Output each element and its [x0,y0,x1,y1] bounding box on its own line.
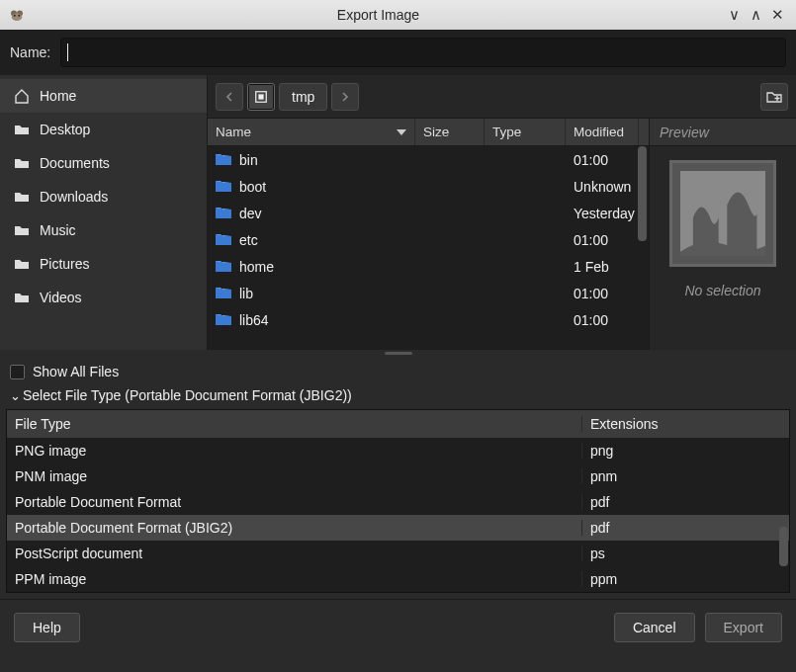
path-forward-button[interactable] [331,83,359,111]
folder-icon [216,179,231,195]
maximize-button[interactable]: ∧ [745,6,766,24]
window-title: Export Image [34,7,723,23]
table-row[interactable]: devYesterday [208,200,649,226]
file-name: etc [239,232,258,248]
col-type[interactable]: Type [485,119,566,145]
file-area: Name Size Type Modified bin01:00bootUnkn… [208,119,796,350]
export-dialog: Name: HomeDesktopDocumentsDownloadsMusic… [0,30,796,672]
file-scrollbar[interactable] [638,146,647,241]
file-type-row[interactable]: Portable Document Formatpdf [7,489,789,515]
sidebar-item-downloads[interactable]: Downloads [0,180,207,213]
sidebar-item-label: Pictures [40,256,90,272]
file-type-expander-label: Select File Type (Portable Document Form… [23,387,352,403]
file-type-ext: ppm [582,571,789,587]
file-type-ext: pdf [582,520,789,536]
sidebar-item-documents[interactable]: Documents [0,146,207,180]
file-modified: Yesterday [566,206,639,221]
minimize-button[interactable]: ∨ [723,6,745,24]
path-back-button[interactable] [216,83,243,111]
file-type-name: Portable Document Format (JBIG2) [7,520,582,536]
col-name[interactable]: Name [208,119,415,145]
table-row[interactable]: bin01:00 [208,146,649,173]
file-modified: Unknown [566,179,639,195]
table-row[interactable]: bootUnknown [208,173,649,200]
file-name: dev [239,206,262,221]
folder-icon [216,259,231,275]
file-type-expander[interactable]: ⌄ Select File Type (Portable Document Fo… [10,383,786,407]
cancel-button[interactable]: Cancel [614,613,695,642]
preview-thumbnail [669,160,776,267]
col-file-type[interactable]: File Type [7,416,582,432]
sidebar-item-label: Videos [40,290,82,305]
preview-status: No selection [684,283,760,298]
file-type-ext: ps [582,546,789,561]
file-type-rows[interactable]: PNG imagepngPNM imagepnmPortable Documen… [7,438,789,592]
places-sidebar: HomeDesktopDocumentsDownloadsMusicPictur… [0,75,208,350]
svg-point-2 [12,14,23,22]
table-row[interactable]: home1 Feb [208,253,649,280]
folder-icon [14,290,30,305]
file-name: bin [239,152,258,168]
sidebar-item-desktop[interactable]: Desktop [0,113,207,146]
col-modified[interactable]: Modified [566,119,639,145]
file-type-row[interactable]: PPM imageppm [7,566,789,592]
type-scrollbar[interactable] [779,527,788,566]
folder-icon [216,206,231,221]
help-button[interactable]: Help [14,613,80,642]
file-type-name: Portable Document Format [7,494,582,510]
svg-rect-6 [258,94,263,99]
svg-point-4 [18,15,20,17]
folder-icon [14,155,30,171]
options: Show All Files ⌄ Select File Type (Porta… [0,356,796,409]
sidebar-item-home[interactable]: Home [0,79,207,113]
sidebar-item-pictures[interactable]: Pictures [0,247,207,281]
table-row[interactable]: lib01:00 [208,280,649,306]
file-type-ext: pdf [582,494,789,510]
file-modified: 01:00 [566,232,639,248]
export-button[interactable]: Export [705,613,782,642]
sort-desc-icon [397,129,406,135]
show-all-files-label: Show All Files [33,364,119,379]
name-row: Name: [0,30,796,75]
file-type-table: File Type Extensions PNG imagepngPNM ima… [6,409,790,593]
sidebar-item-music[interactable]: Music [0,213,207,247]
file-type-name: PPM image [7,571,582,587]
file-type-row[interactable]: Portable Document Format (JBIG2)pdf [7,515,789,541]
file-name: lib [239,286,253,301]
file-type-header: File Type Extensions [7,410,789,438]
file-type-row[interactable]: PostScript documentps [7,541,789,566]
titlebar: Export Image ∨ ∧ ✕ [0,0,796,30]
path-segment[interactable]: tmp [279,83,327,111]
path-root-button[interactable] [247,83,275,111]
close-button[interactable]: ✕ [766,6,788,24]
preview-pane: Preview No [650,119,796,350]
file-type-ext: pnm [582,468,789,484]
file-type-row[interactable]: PNM imagepnm [7,463,789,489]
file-browser: HomeDesktopDocumentsDownloadsMusicPictur… [0,75,796,350]
col-extensions[interactable]: Extensions [582,416,789,432]
folder-icon [14,256,30,272]
folder-icon [216,152,231,168]
file-rows[interactable]: bin01:00bootUnknowndevYesterdayetc01:00h… [208,146,649,350]
browser-main: tmp Name Size Type Modified bin01:00boot… [208,75,796,350]
file-name: lib64 [239,312,269,328]
file-name: boot [239,179,266,195]
table-row[interactable]: etc01:00 [208,226,649,253]
sidebar-item-label: Home [40,88,76,104]
name-input[interactable] [60,38,786,67]
file-type-row[interactable]: PNG imagepng [7,438,789,463]
new-folder-button[interactable] [760,83,788,111]
sidebar-item-videos[interactable]: Videos [0,281,207,314]
col-size[interactable]: Size [415,119,485,145]
dialog-footer: Help Cancel Export [0,599,796,654]
file-modified: 01:00 [566,152,639,168]
path-bar: tmp [208,75,796,119]
sidebar-item-label: Downloads [40,189,108,205]
sidebar-item-label: Music [40,222,76,238]
table-row[interactable]: lib6401:00 [208,306,649,333]
folder-icon [216,232,231,248]
show-all-files-checkbox[interactable] [10,365,25,379]
file-modified: 1 Feb [566,259,639,275]
col-preview: Preview [650,119,796,146]
folder-icon [216,312,231,328]
